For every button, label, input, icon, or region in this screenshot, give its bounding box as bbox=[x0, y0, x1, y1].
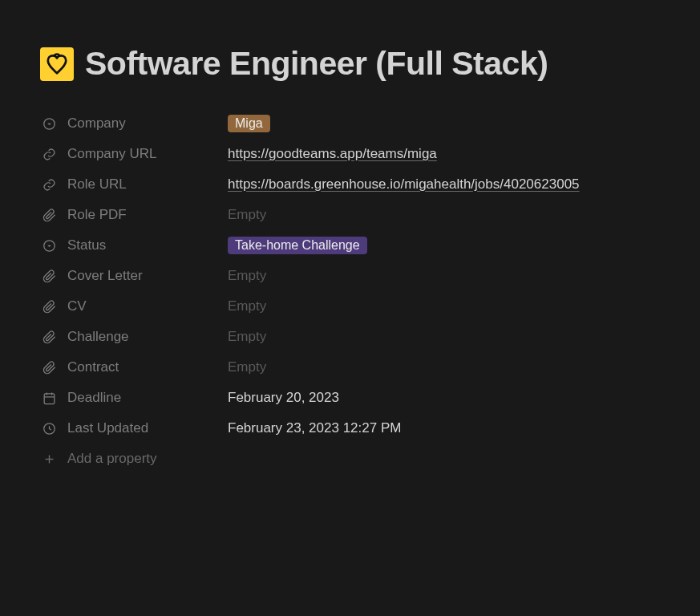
property-label[interactable]: Contract bbox=[40, 359, 228, 376]
paperclip-icon bbox=[40, 328, 58, 346]
property-label[interactable]: Status bbox=[40, 237, 228, 254]
property-row-last-updated: Last Updated February 23, 2023 12:27 PM bbox=[40, 413, 660, 444]
select-down-icon bbox=[40, 115, 58, 132]
property-value-role-pdf[interactable]: Empty bbox=[228, 207, 660, 223]
property-row-status: Status Take-home Challenge bbox=[40, 230, 660, 261]
property-row-contract: Contract Empty bbox=[40, 352, 660, 383]
link-icon bbox=[40, 145, 58, 163]
property-label-text: Contract bbox=[67, 359, 119, 375]
datetime-value: February 23, 2023 12:27 PM bbox=[228, 420, 401, 436]
empty-value: Empty bbox=[228, 298, 266, 314]
property-label-text: Challenge bbox=[67, 329, 129, 345]
svg-rect-2 bbox=[44, 393, 55, 403]
property-value-status[interactable]: Take-home Challenge bbox=[228, 237, 660, 254]
property-label-text: Company URL bbox=[67, 146, 157, 162]
paperclip-icon bbox=[40, 267, 58, 285]
property-value-role-url[interactable]: https://boards.greenhouse.io/migahealth/… bbox=[228, 176, 660, 192]
property-label[interactable]: CV bbox=[40, 298, 228, 315]
property-label[interactable]: Challenge bbox=[40, 328, 228, 346]
properties-list: Company Miga Company URL https://goodtea… bbox=[40, 108, 660, 474]
property-label[interactable]: Last Updated bbox=[40, 419, 228, 437]
heart-loop-icon bbox=[45, 52, 69, 76]
title-row: Software Engineer (Full Stack) bbox=[40, 45, 660, 83]
paperclip-icon bbox=[40, 298, 58, 315]
property-value-deadline[interactable]: February 20, 2023 bbox=[228, 390, 660, 406]
property-label-text: Company bbox=[67, 116, 126, 132]
page-icon[interactable] bbox=[40, 47, 74, 81]
status-tag: Take-home Challenge bbox=[228, 237, 367, 254]
property-label-text: Cover Letter bbox=[67, 268, 143, 284]
property-value-contract[interactable]: Empty bbox=[228, 359, 660, 375]
company-tag: Miga bbox=[228, 115, 270, 132]
property-value-cover-letter[interactable]: Empty bbox=[228, 268, 660, 284]
property-value-company[interactable]: Miga bbox=[228, 115, 660, 132]
property-label-text: Role PDF bbox=[67, 207, 127, 223]
property-row-cover-letter: Cover Letter Empty bbox=[40, 261, 660, 291]
paperclip-icon bbox=[40, 359, 58, 376]
property-row-role-pdf: Role PDF Empty bbox=[40, 200, 660, 230]
empty-value: Empty bbox=[228, 268, 266, 284]
property-label[interactable]: Role PDF bbox=[40, 206, 228, 224]
property-label-text: Role URL bbox=[67, 176, 127, 192]
date-value: February 20, 2023 bbox=[228, 390, 339, 406]
select-down-icon bbox=[40, 237, 58, 254]
url-link: https://boards.greenhouse.io/migahealth/… bbox=[228, 176, 580, 192]
property-row-company-url: Company URL https://goodteams.app/teams/… bbox=[40, 139, 660, 169]
add-property-button[interactable]: Add a property bbox=[40, 444, 660, 474]
empty-value: Empty bbox=[228, 207, 266, 223]
page-title[interactable]: Software Engineer (Full Stack) bbox=[85, 45, 548, 83]
property-row-deadline: Deadline February 20, 2023 bbox=[40, 383, 660, 413]
url-link: https://goodteams.app/teams/miga bbox=[228, 146, 437, 162]
paperclip-icon bbox=[40, 206, 58, 224]
property-label-text: Last Updated bbox=[67, 420, 148, 436]
property-row-company: Company Miga bbox=[40, 108, 660, 139]
property-value-cv[interactable]: Empty bbox=[228, 298, 660, 314]
property-label-text: CV bbox=[67, 298, 87, 314]
property-row-cv: CV Empty bbox=[40, 291, 660, 322]
property-value-challenge[interactable]: Empty bbox=[228, 329, 660, 345]
property-label[interactable]: Deadline bbox=[40, 389, 228, 407]
link-icon bbox=[40, 176, 58, 193]
property-label[interactable]: Role URL bbox=[40, 176, 228, 193]
add-property-label: Add a property bbox=[67, 451, 157, 467]
empty-value: Empty bbox=[228, 329, 266, 345]
property-label-text: Deadline bbox=[67, 390, 121, 406]
property-value-company-url[interactable]: https://goodteams.app/teams/miga bbox=[228, 146, 660, 162]
property-row-challenge: Challenge Empty bbox=[40, 322, 660, 352]
property-label-text: Status bbox=[67, 237, 106, 253]
property-value-last-updated[interactable]: February 23, 2023 12:27 PM bbox=[228, 420, 660, 436]
property-row-role-url: Role URL https://boards.greenhouse.io/mi… bbox=[40, 169, 660, 200]
property-label[interactable]: Company bbox=[40, 115, 228, 132]
property-label[interactable]: Company URL bbox=[40, 145, 228, 163]
calendar-icon bbox=[40, 389, 58, 407]
clock-icon bbox=[40, 419, 58, 437]
plus-icon bbox=[40, 450, 58, 468]
property-label[interactable]: Cover Letter bbox=[40, 267, 228, 285]
empty-value: Empty bbox=[228, 359, 266, 375]
